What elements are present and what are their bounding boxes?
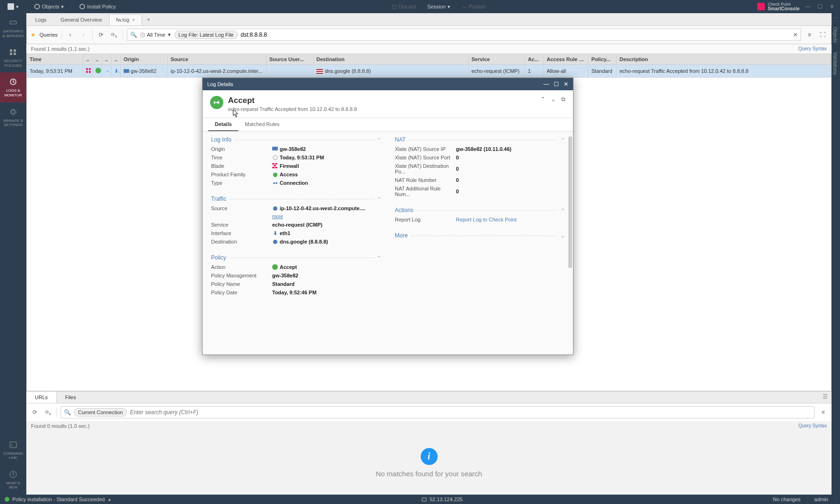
- auto-refresh-button[interactable]: ⟳A: [110, 30, 119, 39]
- th-destination[interactable]: Destination: [314, 54, 469, 64]
- right-tab-objects[interactable]: Objects: [832, 22, 839, 47]
- dialog-close-button[interactable]: ✕: [564, 81, 568, 87]
- brand-logo: Check Point SmartConsole: [757, 2, 800, 11]
- more-link[interactable]: more: [272, 214, 283, 219]
- section-more: More⌄: [395, 232, 565, 241]
- dialog-copy-button[interactable]: ⧉: [561, 96, 565, 102]
- cell-time: Today, 9:53:31 PM: [27, 66, 83, 76]
- th-icon3[interactable]: ..: [102, 54, 111, 64]
- bottom-auto-refresh-button[interactable]: ⟳A: [43, 408, 53, 417]
- sidebar-command-line[interactable]: COMMAND LINE: [0, 435, 26, 465]
- th-source[interactable]: Source: [168, 54, 267, 64]
- dialog-title-bar[interactable]: Log Details — ☐ ✕: [203, 78, 573, 90]
- bottom-panel-menu[interactable]: ☰: [819, 392, 832, 403]
- list-view-button[interactable]: ≡: [805, 30, 814, 39]
- sidebar-gateways[interactable]: GATEWAYS & SERVERS: [0, 13, 26, 43]
- queries-dropdown[interactable]: Queries: [39, 32, 58, 38]
- sidebar-security[interactable]: SECURITY POLICIES: [0, 43, 26, 72]
- dialog-tab-matched-rules[interactable]: Matched Rules: [238, 118, 286, 131]
- right-panel-collapse[interactable]: ⋯: [832, 13, 840, 22]
- connection-filter-chip[interactable]: Current Connection: [74, 408, 127, 417]
- dialog-header: Accept echo-request Traffic Accepted fro…: [203, 90, 573, 118]
- query-input[interactable]: [241, 32, 790, 38]
- th-service[interactable]: Service: [469, 54, 525, 64]
- query-forward-button[interactable]: ›: [79, 30, 88, 39]
- th-time[interactable]: Time: [27, 54, 83, 64]
- tab-add-button[interactable]: ＋: [142, 14, 155, 25]
- bottom-list-button[interactable]: ≡: [818, 408, 828, 417]
- tab-fwlog[interactable]: fw.log×: [109, 14, 142, 25]
- expand-button[interactable]: ⛶: [818, 30, 827, 39]
- status-admin[interactable]: admin: [814, 496, 828, 502]
- status-bar: Policy installation - Standard Succeeded…: [0, 495, 840, 504]
- log-file-chip[interactable]: Log File: Latest Log File: [174, 31, 238, 39]
- sidebar-manage[interactable]: MANAGE & SETTINGS: [0, 102, 26, 132]
- window-maximize-button[interactable]: ☐: [816, 2, 824, 11]
- th-source-user[interactable]: Source User...: [267, 54, 314, 64]
- chevron-up-icon[interactable]: ⌃: [377, 255, 381, 260]
- install-policy-button[interactable]: Install Policy: [76, 4, 119, 9]
- bottom-tabs: URLs Files ☰: [26, 392, 832, 403]
- query-back-button[interactable]: ‹: [66, 30, 75, 39]
- app-menu-button[interactable]: ▾: [4, 3, 23, 10]
- chevron-up-icon[interactable]: ⌃: [561, 208, 565, 213]
- svg-point-10: [11, 110, 15, 114]
- tab-overview[interactable]: General Overview: [54, 14, 109, 25]
- cell-icon-arrow: →: [102, 66, 111, 76]
- th-policy[interactable]: Policy...: [589, 54, 617, 64]
- svg-rect-18: [86, 71, 88, 73]
- chevron-down-icon[interactable]: ⌄: [561, 233, 565, 238]
- refresh-button[interactable]: ⟳: [96, 30, 106, 39]
- th-icon4[interactable]: ..: [111, 54, 121, 64]
- dialog-minimize-button[interactable]: —: [543, 81, 549, 87]
- chevron-up-icon[interactable]: ⌃: [377, 137, 381, 142]
- bottom-refresh-button[interactable]: ⟳: [30, 408, 39, 417]
- section-log-info: Log Info⌃ Origingw-358e82 TimeToday, 9:5…: [211, 136, 381, 187]
- chevron-up-icon[interactable]: ⌃: [561, 137, 565, 142]
- dialog-tab-details[interactable]: Details: [208, 118, 238, 131]
- bottom-query-syntax-link[interactable]: Query Syntax: [798, 423, 827, 429]
- window-minimize-button[interactable]: —: [803, 2, 812, 11]
- query-clear-button[interactable]: ✕: [793, 32, 798, 38]
- svg-rect-25: [274, 165, 276, 166]
- time-filter-dropdown[interactable]: All Time ▼: [140, 32, 172, 38]
- dialog-next-button[interactable]: ⌄: [551, 96, 556, 102]
- status-server: 52.13.124.225: [430, 496, 463, 502]
- publish-button[interactable]: Publish: [458, 4, 489, 10]
- discard-icon: [392, 4, 397, 9]
- dialog-maximize-button[interactable]: ☐: [554, 81, 559, 87]
- report-log-link[interactable]: Report Log to Check Point: [456, 217, 517, 222]
- chevron-up-icon[interactable]: ⌃: [377, 197, 381, 202]
- sidebar-whats-new[interactable]: ? WHAT'S NEW: [0, 465, 26, 495]
- bottom-search-input[interactable]: [130, 409, 811, 416]
- svg-point-11: [10, 109, 16, 115]
- dialog-prev-button[interactable]: ⌃: [541, 96, 545, 102]
- right-tab-validations[interactable]: Validations: [832, 47, 839, 79]
- status-policy-text[interactable]: Policy installation - Standard Succeeded: [12, 496, 105, 502]
- discard-button[interactable]: Discard: [388, 4, 420, 10]
- clock-icon: [272, 155, 278, 160]
- th-desc[interactable]: Description: [617, 54, 831, 64]
- svg-point-2: [80, 4, 85, 9]
- query-syntax-link[interactable]: Query Syntax: [798, 46, 827, 52]
- th-ac[interactable]: Ac...: [525, 54, 544, 64]
- accept-action-icon: [210, 96, 223, 109]
- bottom-tab-urls[interactable]: URLs: [26, 392, 57, 403]
- bottom-query-bar: ⟳ ⟳A 🔍 Current Connection ≡: [26, 403, 832, 421]
- th-icon2[interactable]: ..: [93, 54, 102, 64]
- th-icon1[interactable]: ..: [83, 54, 93, 64]
- bottom-tab-files[interactable]: Files: [57, 392, 85, 403]
- dialog-scrollbar[interactable]: [568, 136, 572, 268]
- th-origin[interactable]: Origin: [121, 54, 168, 64]
- window-close-button[interactable]: ✕: [828, 2, 836, 11]
- session-menu[interactable]: Session ▾: [424, 4, 454, 10]
- tab-logs[interactable]: Logs: [28, 14, 54, 25]
- table-row[interactable]: Today, 9:53:31 PM → ⬇ gw-358e82 ip-10-12…: [27, 65, 831, 77]
- svg-point-1: [35, 4, 39, 9]
- svg-rect-4: [10, 21, 16, 24]
- objects-menu[interactable]: Objects ▾: [31, 4, 68, 10]
- th-rule[interactable]: Access Rule N...: [544, 54, 589, 64]
- sidebar-logs[interactable]: LOGS & MONITOR: [0, 72, 26, 102]
- tab-close-icon[interactable]: ×: [132, 17, 135, 23]
- security-icon: [8, 47, 18, 57]
